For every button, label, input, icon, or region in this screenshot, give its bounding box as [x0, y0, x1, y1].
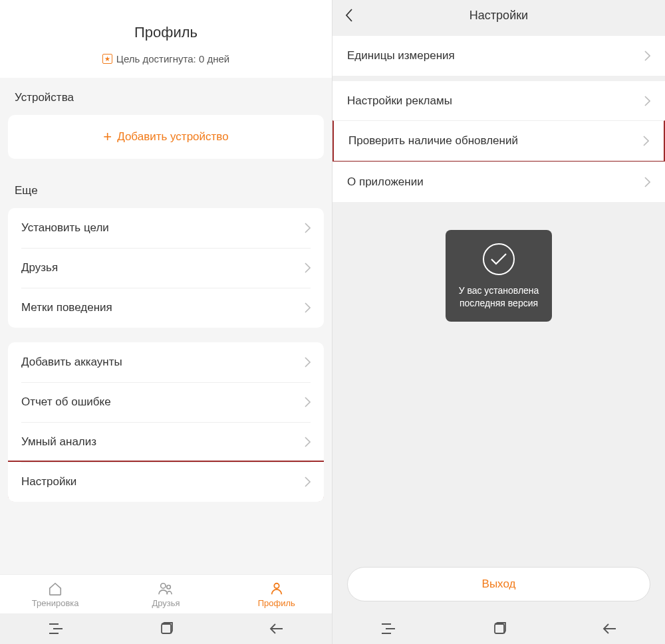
row-friends[interactable]: Друзья [8, 248, 324, 288]
row-label: Проверить наличие обновлений [348, 134, 518, 148]
section-label-more: Еще [0, 171, 332, 205]
star-badge-icon: ★ [102, 54, 112, 64]
toast-text: У вас установлена последняя версия [454, 284, 544, 310]
chevron-right-icon [305, 357, 311, 368]
home-nav-icon[interactable] [493, 622, 506, 635]
check-circle-icon [483, 243, 515, 275]
chevron-right-icon [305, 437, 311, 447]
logout-section: Выход [332, 556, 665, 613]
plus-icon: + [103, 130, 112, 144]
row-bug-report[interactable]: Отчет об ошибке [8, 382, 324, 422]
friends-icon [158, 582, 174, 596]
row-label: Метки поведения [21, 301, 112, 314]
tab-label: Профиль [258, 598, 295, 608]
svg-point-0 [161, 584, 166, 588]
goal-text: Цель достигнута: 0 дней [116, 53, 229, 64]
add-device-card: + Добавить устройство [8, 115, 324, 159]
chevron-right-icon [305, 397, 311, 407]
chevron-right-icon [305, 302, 311, 313]
svg-rect-3 [162, 624, 171, 633]
svg-point-2 [274, 584, 279, 588]
row-label: Единицы измерения [347, 49, 455, 62]
row-label: Отчет об ошибке [21, 395, 111, 409]
back-nav-icon[interactable] [269, 623, 284, 635]
tab-label: Друзья [152, 598, 180, 608]
home-nav-icon[interactable] [160, 622, 173, 635]
svg-rect-4 [495, 624, 504, 633]
tab-profile[interactable]: Профиль [221, 575, 332, 613]
row-check-updates[interactable]: Проверить наличие обновлений [332, 120, 665, 162]
settings-screen: Настройки Единицы измерения Настройки ре… [332, 0, 665, 644]
recent-apps-icon[interactable] [380, 623, 396, 635]
row-label: Умный анализ [21, 435, 96, 449]
row-ad-settings[interactable]: Настройки рекламы [332, 81, 665, 121]
add-device-label: Добавить устройство [117, 130, 228, 144]
chevron-right-icon [644, 51, 650, 61]
chevron-right-icon [643, 136, 649, 146]
person-icon [269, 582, 284, 596]
profile-screen: Профиль ★ Цель достигнута: 0 дней Устрой… [0, 0, 332, 644]
row-label: Добавить аккаунты [21, 356, 122, 369]
tab-friends[interactable]: Друзья [110, 575, 221, 613]
system-nav-bar [0, 613, 332, 644]
row-add-accounts[interactable]: Добавить аккаунты [8, 342, 324, 382]
chevron-left-icon [344, 8, 354, 23]
row-label: О приложении [347, 175, 424, 189]
logout-label: Выход [482, 578, 516, 590]
more-group-2: Добавить аккаунты Отчет об ошибке Умный … [8, 342, 324, 502]
back-button[interactable] [344, 8, 363, 23]
chevron-right-icon [644, 96, 650, 106]
row-settings[interactable]: Настройки [8, 461, 324, 502]
tab-workout[interactable]: Тренировка [0, 575, 110, 613]
svg-point-1 [167, 586, 171, 590]
recent-apps-icon[interactable] [48, 623, 64, 635]
tab-label: Тренировка [32, 598, 79, 608]
chevron-right-icon [644, 177, 650, 187]
section-label-devices: Устройства [0, 78, 332, 112]
chevron-right-icon [305, 477, 311, 487]
add-device-button[interactable]: + Добавить устройство [8, 115, 324, 159]
page-title: Профиль [0, 24, 332, 41]
row-label: Друзья [21, 261, 58, 274]
chevron-right-icon [305, 223, 311, 233]
update-toast: У вас установлена последняя версия [446, 230, 552, 322]
row-about[interactable]: О приложении [332, 161, 665, 202]
goal-row: ★ Цель достигнута: 0 дней [0, 53, 332, 64]
chevron-right-icon [305, 263, 311, 273]
logout-button[interactable]: Выход [347, 567, 650, 601]
bottom-tabbar: Тренировка Друзья Профиль [0, 574, 332, 613]
row-label: Настройки рекламы [347, 94, 452, 108]
row-label: Установить цели [21, 221, 109, 235]
profile-header: Профиль ★ Цель достигнута: 0 дней [0, 0, 332, 78]
page-title: Настройки [363, 9, 634, 23]
settings-header: Настройки [332, 0, 665, 31]
content-area: У вас установлена последняя версия [332, 202, 665, 556]
row-units[interactable]: Единицы измерения [332, 36, 665, 76]
row-behavior-tags[interactable]: Метки поведения [8, 288, 324, 328]
back-nav-icon[interactable] [602, 623, 617, 635]
row-label: Настройки [21, 475, 76, 488]
home-icon [48, 582, 63, 596]
settings-list: Единицы измерения Настройки рекламы Пров… [332, 31, 665, 202]
row-set-goals[interactable]: Установить цели [8, 208, 324, 248]
more-group-1: Установить цели Друзья Метки поведения [8, 208, 324, 328]
row-smart-analysis[interactable]: Умный анализ [8, 422, 324, 462]
system-nav-bar [332, 613, 665, 644]
